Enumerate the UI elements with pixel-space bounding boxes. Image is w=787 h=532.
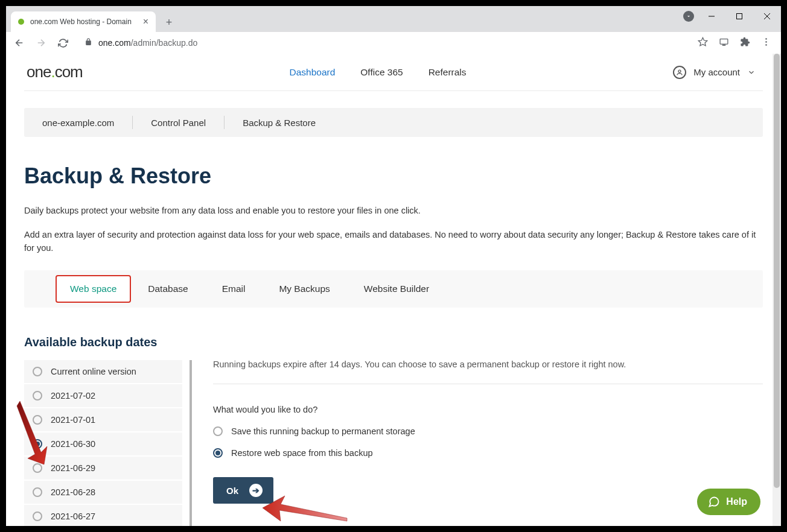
arrow-right-icon: ➔: [249, 484, 263, 497]
site-header: one.com Dashboard Office 365 Referrals M…: [24, 54, 763, 91]
backup-row-selected[interactable]: 2021-06-30: [24, 432, 182, 455]
svg-point-7: [765, 38, 767, 40]
address-bar[interactable]: one.com/admin/backup.do: [77, 34, 690, 51]
svg-rect-5: [720, 39, 728, 44]
scrollbar-thumb[interactable]: [774, 54, 780, 488]
help-button[interactable]: Help: [697, 489, 760, 515]
radio-icon: [33, 511, 42, 521]
maximize-button[interactable]: [725, 6, 753, 27]
account-label: My account: [693, 67, 740, 77]
page-description-2: Add an extra layer of security and prote…: [24, 229, 763, 255]
chat-icon: [708, 496, 720, 508]
browser-nav-bar: one.com/admin/backup.do: [6, 32, 781, 54]
breadcrumb-domain[interactable]: one-example.com: [42, 118, 132, 128]
nav-office365[interactable]: Office 365: [360, 67, 403, 78]
radio-selected-icon: [213, 448, 223, 458]
tab-database[interactable]: Database: [131, 270, 205, 308]
backup-row-current[interactable]: Current online version: [24, 360, 182, 383]
back-button[interactable]: [12, 36, 27, 50]
breadcrumb-current: Backup & Restore: [225, 118, 334, 128]
action-question: What would you like to do?: [213, 405, 763, 414]
svg-rect-1: [737, 14, 742, 19]
extensions-icon[interactable]: [740, 37, 750, 49]
account-icon: [673, 66, 686, 79]
backup-list: Current online version 2021-07-02 2021-0…: [24, 360, 192, 526]
url-path: /admin/backup.do: [131, 38, 198, 48]
action-column: Running backups expire after 14 days. Yo…: [213, 335, 763, 526]
main-nav: Dashboard Office 365 Referrals: [289, 67, 466, 78]
svg-point-8: [765, 41, 767, 43]
browser-tab[interactable]: one.com Web hosting - Domain ×: [11, 11, 156, 32]
option-save-permanent[interactable]: Save this running backup to permanent st…: [213, 426, 763, 436]
new-tab-button[interactable]: +: [161, 14, 177, 31]
minimize-button[interactable]: [698, 6, 725, 27]
scrollbar-track[interactable]: [773, 54, 781, 526]
account-menu[interactable]: My account: [673, 66, 756, 79]
forward-button[interactable]: [34, 36, 48, 50]
svg-rect-6: [722, 45, 725, 45]
ok-button[interactable]: Ok ➔: [213, 477, 273, 504]
tabs: Web space Database Email My Backups Webs…: [24, 270, 763, 308]
reload-button[interactable]: [56, 36, 70, 50]
backup-row[interactable]: 2021-06-29: [24, 457, 182, 480]
tab-bar: one.com Web hosting - Domain × +: [6, 6, 781, 32]
bookmark-star-icon[interactable]: [698, 37, 708, 49]
url-domain: one.com: [98, 38, 131, 48]
page-description-1: Daily backups protect your website from …: [24, 204, 763, 218]
window-controls: [698, 6, 781, 27]
backup-row[interactable]: 2021-06-27: [24, 505, 182, 526]
radio-icon: [33, 415, 42, 425]
browser-chrome: one.com Web hosting - Domain × + one.com…: [6, 6, 781, 54]
radio-icon: [33, 463, 42, 473]
tab-title: one.com Web hosting - Domain: [30, 17, 139, 26]
page-content: one.com Dashboard Office 365 Referrals M…: [6, 54, 781, 526]
option-restore[interactable]: Restore web space from this backup: [213, 448, 763, 458]
tab-website-builder[interactable]: Website Builder: [347, 270, 446, 308]
device-icon[interactable]: [719, 37, 729, 49]
backup-row[interactable]: 2021-07-01: [24, 408, 182, 431]
svg-point-10: [678, 70, 681, 72]
tab-email[interactable]: Email: [205, 270, 263, 308]
logo[interactable]: one.com: [24, 63, 83, 81]
backup-dates-column: Available backup dates Current online ve…: [24, 335, 192, 526]
radio-icon: [213, 426, 223, 436]
backup-row[interactable]: 2021-07-02: [24, 384, 182, 407]
backup-dates-title: Available backup dates: [24, 335, 192, 349]
chevron-down-icon: [747, 68, 756, 77]
menu-dots-icon[interactable]: [761, 37, 771, 49]
page-title: Backup & Restore: [24, 163, 763, 189]
svg-point-9: [765, 44, 767, 46]
close-window-button[interactable]: [753, 6, 781, 27]
profile-badge-icon[interactable]: [683, 11, 694, 22]
radio-selected-icon: [33, 439, 42, 449]
backup-row[interactable]: 2021-06-28: [24, 481, 182, 504]
tab-favicon-icon: [18, 19, 24, 25]
nav-referrals[interactable]: Referrals: [429, 67, 467, 78]
backup-info-text: Running backups expire after 14 days. Yo…: [213, 359, 763, 384]
breadcrumb: one-example.com Control Panel Backup & R…: [24, 108, 763, 137]
nav-dashboard[interactable]: Dashboard: [289, 67, 335, 78]
svg-marker-4: [698, 37, 707, 45]
radio-icon: [33, 367, 42, 376]
tab-my-backups[interactable]: My Backups: [262, 270, 346, 308]
breadcrumb-control-panel[interactable]: Control Panel: [133, 118, 224, 128]
radio-icon: [33, 487, 42, 497]
radio-icon: [33, 391, 42, 401]
lock-icon: [84, 38, 92, 48]
tab-close-icon[interactable]: ×: [143, 16, 148, 27]
tab-web-space[interactable]: Web space: [56, 275, 131, 303]
